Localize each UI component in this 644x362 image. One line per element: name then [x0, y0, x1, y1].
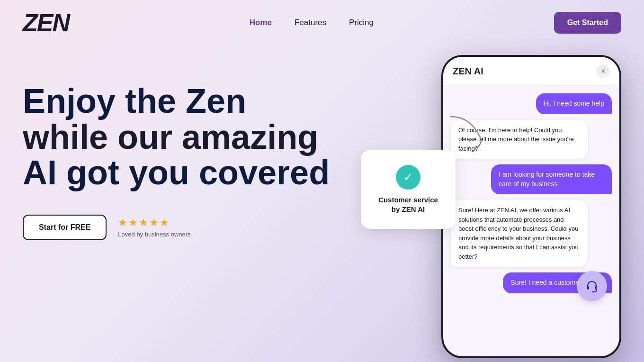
stars-rating: ★★★★★ [118, 217, 190, 229]
chat-title: ZEN AI [453, 66, 483, 77]
chat-message-3: I am looking for someone to take care of… [491, 164, 612, 194]
phone-inner: ZEN AI × Hi, I need some help Of course,… [443, 57, 619, 356]
floating-card: ✓ Customer service by ZEN AI [361, 150, 456, 229]
cta-area: Start for FREE ★★★★★ Loved by business o… [23, 215, 375, 240]
close-button[interactable]: × [597, 64, 610, 78]
svg-point-0 [583, 277, 601, 295]
stars-section: ★★★★★ Loved by business owners [118, 217, 190, 238]
svg-point-3 [592, 291, 594, 293]
svg-rect-1 [587, 286, 589, 290]
nav-pricing[interactable]: Pricing [349, 18, 374, 27]
hero-title: Enjoy the Zen while our amazing AI got y… [23, 83, 375, 191]
right-section: ✓ Customer service by ZEN AI ZEN AI × Hi… [375, 55, 621, 358]
start-free-button[interactable]: Start for FREE [23, 215, 107, 240]
nav-features[interactable]: Features [295, 18, 326, 27]
hero-section: Enjoy the Zen while our amazing AI got y… [23, 55, 375, 240]
chat-message-4: Sure! Here at ZEN AI, we offer various A… [451, 200, 588, 267]
agent-avatar [577, 271, 607, 301]
stars-label: Loved by business owners [118, 231, 190, 238]
nav-home[interactable]: Home [250, 18, 272, 27]
main-content: Enjoy the Zen while our amazing AI got y… [0, 45, 644, 362]
chat-header: ZEN AI × [443, 57, 619, 86]
chat-message-1: Hi, I need some help [536, 93, 612, 114]
check-icon: ✓ [396, 165, 420, 190]
svg-rect-2 [595, 286, 597, 290]
floating-card-text: Customer service by ZEN AI [374, 195, 442, 214]
get-started-button[interactable]: Get Started [554, 12, 621, 34]
nav-links: Home Features Pricing [250, 18, 374, 27]
navbar: ZEN Home Features Pricing Get Started [0, 0, 644, 45]
arrow-decoration [441, 112, 489, 154]
phone-mockup: ZEN AI × Hi, I need some help Of course,… [441, 55, 621, 358]
logo: ZEN [23, 9, 69, 37]
